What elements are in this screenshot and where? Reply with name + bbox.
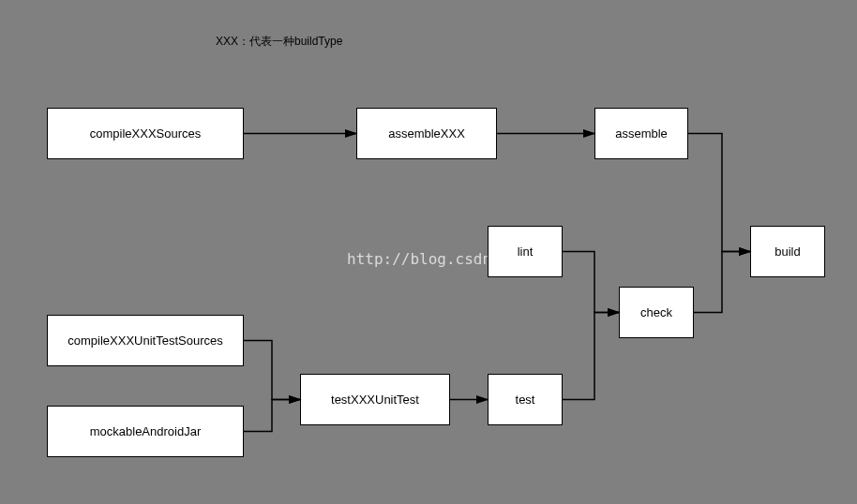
diagram-caption: XXX：代表一种buildType (216, 34, 342, 50)
edge-test-to-check (563, 313, 619, 400)
node-compile-unit-test-sources: compileXXXUnitTestSources (47, 315, 244, 366)
node-check: check (619, 287, 694, 338)
edge-mockableJar-to-testUnitTest (244, 400, 300, 432)
node-label: testXXXUnitTest (331, 393, 419, 407)
node-label: assembleXXX (388, 126, 465, 141)
node-assemble-xxx: assembleXXX (356, 108, 497, 159)
node-build: build (750, 226, 825, 277)
node-test: test (488, 374, 563, 425)
node-label: compileXXXUnitTestSources (68, 334, 222, 348)
edge-lint-to-check (563, 252, 619, 313)
node-label: lint (518, 245, 534, 259)
node-assemble: assemble (594, 108, 688, 159)
node-compile-sources: compileXXXSources (47, 108, 244, 159)
node-lint: lint (488, 226, 563, 277)
node-label: build (774, 245, 800, 259)
node-label: assemble (615, 126, 668, 141)
node-label: compileXXXSources (90, 126, 202, 141)
node-label: mockableAndroidJar (90, 424, 202, 438)
edge-check-to-build (694, 252, 750, 313)
edge-assemble-to-build (688, 134, 750, 252)
edge-compileUnitTestSources-to-testUnitTest (244, 341, 300, 400)
node-label: test (516, 393, 535, 407)
node-test-unit-test: testXXXUnitTest (300, 374, 450, 425)
node-mockable-jar: mockableAndroidJar (47, 406, 244, 457)
node-label: check (640, 305, 672, 319)
